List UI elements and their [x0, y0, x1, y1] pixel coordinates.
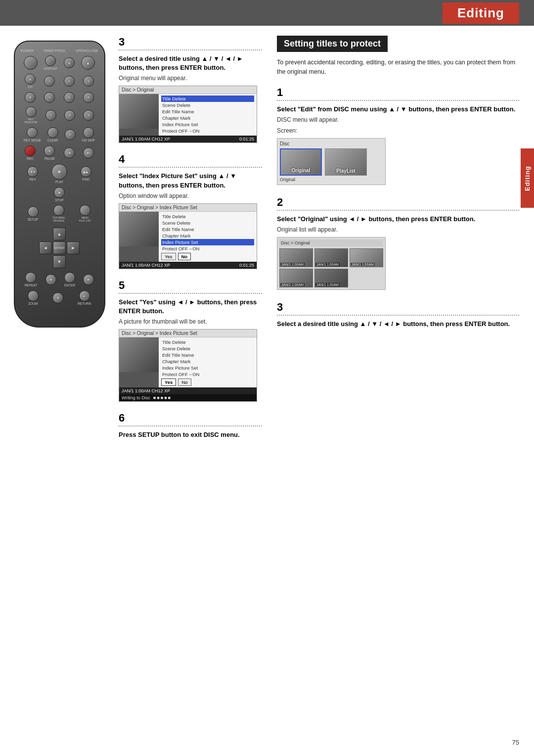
step-5-sub: A picture for thumbnail will be set. — [119, 318, 262, 325]
writing-label: Writing to Disc — [122, 395, 150, 400]
repeat-button[interactable] — [25, 272, 36, 283]
menu-item-index-picture: Index Picture Set — [161, 121, 254, 128]
remote-row-ch2: ▼ 4 5 6 — [21, 92, 98, 103]
step-5-block: 5 Select "Yes" using ◄ / ► buttons, then… — [119, 279, 262, 402]
cm-skip-button[interactable] — [83, 127, 94, 138]
num0-button[interactable]: 0 — [65, 129, 76, 140]
skip-fwd-button[interactable]: ►| — [83, 147, 94, 158]
play-col: ▶ PLAY — [51, 164, 67, 184]
play-button[interactable]: ▶ — [51, 164, 67, 180]
disc-tab-original-label: Original — [292, 168, 311, 173]
step-5-breadcrumb: Disc > Original > Index Picture Set — [119, 330, 257, 337]
dpad-empty-tl — [39, 228, 52, 240]
num7-button[interactable]: 7 — [45, 110, 56, 121]
page-header: Editing — [0, 0, 534, 26]
step4-protect: Protect OFF→ON — [161, 245, 254, 252]
step-5-menu: Title Delete Scene Delete Edit Title Nam… — [159, 337, 257, 387]
rec-monitor-col: RECMONITOR — [25, 106, 38, 124]
nav-down-button[interactable]: ▼ — [52, 292, 63, 303]
step-4-number: 4 — [119, 153, 262, 166]
right-step-2-desc: Select "Original" using ◄ / ► buttons, t… — [277, 215, 519, 224]
step-4-sub: Option window will appear. — [119, 192, 262, 199]
rec-mode-button[interactable] — [27, 127, 38, 138]
step-3-dots — [119, 49, 262, 50]
dpad-enter-button[interactable]: ENTER — [53, 241, 66, 254]
power-button[interactable] — [24, 56, 38, 70]
num3-button[interactable]: 3 — [83, 76, 94, 87]
nav-left-button[interactable]: ◄ — [45, 274, 56, 285]
num1-button[interactable]: 1 — [44, 76, 55, 87]
top-menu-button[interactable] — [53, 205, 64, 216]
skip-back-button[interactable]: |◄ — [64, 147, 75, 158]
num9-button[interactable]: 9 — [83, 110, 94, 121]
remote-top-bar: POWER TIMER PROG. OPEN/CLOSE — [21, 49, 98, 52]
num2-button[interactable]: 2 — [64, 76, 75, 87]
steps-column-left: 3 Select a desired title using ▲ / ▼ / ◄… — [114, 36, 267, 449]
num4-button[interactable]: 4 — [44, 92, 55, 103]
ch-down-button[interactable]: ▼ — [25, 92, 36, 103]
ch-down-col: ▼ — [25, 92, 36, 103]
menu-item-edit-title-name: Edit Title Name — [161, 108, 254, 115]
ol-item-1-label: JAN/1 1:00AM — [280, 263, 305, 266]
remote-row-rec-mon: RECMONITOR 7 8 9 — [21, 106, 98, 124]
step4-chapter-mark: Chapter Mark — [161, 233, 254, 239]
stop-col: ■ STOP — [54, 187, 65, 202]
num5-button[interactable]: 5 — [64, 92, 75, 103]
page-number: 75 — [512, 739, 519, 746]
step-4-thumb-img — [119, 212, 159, 246]
rec-mode-col: REC MODE — [24, 127, 41, 142]
zoom-button[interactable] — [28, 290, 39, 301]
right-step-1-desc: Select "Edit" from DISC menu using ▲ / ▼… — [277, 105, 519, 114]
dpad-right-button[interactable]: ► — [67, 241, 80, 254]
step-3-thumb — [119, 94, 159, 136]
enter-button[interactable] — [64, 272, 75, 283]
stop-button[interactable]: ■ — [54, 187, 65, 198]
step4-index-picture: Index Picture Set — [161, 239, 254, 245]
step-3-time-info: JAN/1 1:00AM CH12 XP — [122, 137, 170, 142]
remote-row-zoom: ZOOM ▼ ↵ RETURN — [21, 290, 98, 305]
step-6-block: 6 Press SETUP button to exit DISC menu. — [119, 412, 262, 439]
dpad-up-button[interactable]: ▲ — [53, 228, 66, 240]
open-close-button[interactable]: ▲ — [81, 56, 95, 70]
fwd-button[interactable]: ▶▶ — [81, 166, 91, 177]
disc-tabs: Original PlayList — [280, 148, 383, 176]
dpad-down-button[interactable]: ▼ — [53, 255, 66, 268]
timer-prog-button[interactable]: ▲ — [64, 57, 75, 68]
display-col: DISPLAY — [44, 55, 57, 70]
step-4-screen: Disc > Original > Index Picture Set Titl… — [119, 203, 257, 269]
menu-playlist-button[interactable] — [80, 205, 90, 216]
step-4-time-info: JAN/1 1:00AM CH12 XP — [122, 263, 170, 268]
ol-item-3-label: JAN/1 1:00AM — [351, 263, 375, 266]
step-4-thumb — [119, 212, 159, 262]
num8-button[interactable]: 8 — [64, 110, 75, 121]
ch-up-button[interactable]: ▲ — [25, 74, 36, 85]
step-5-screen: Disc > Original > Index Picture Set Titl… — [119, 329, 257, 402]
step5-edit-title: Edit Title Name — [161, 352, 254, 358]
step-3-screen: Disc > Original Title Delete Scene Delet… — [119, 86, 257, 143]
remote-control: POWER TIMER PROG. OPEN/CLOSE DISPLAY ▲ — [14, 41, 105, 328]
pause-button[interactable]: ⏸ — [44, 145, 55, 156]
return-button[interactable]: ↵ — [79, 290, 90, 301]
step-5-thumb — [119, 337, 159, 387]
step5-protect: Protect OFF→ON — [161, 371, 254, 378]
dpad-left-button[interactable]: ◄ — [39, 241, 52, 254]
display-button[interactable] — [45, 55, 56, 66]
ol-item-5-label: JAN/1 1:00AM — [315, 283, 340, 286]
step-5-dots — [119, 293, 262, 294]
num6-button[interactable]: 6 — [83, 92, 94, 103]
right-step-2-dots — [277, 210, 519, 211]
clear-button[interactable] — [47, 127, 58, 138]
rev-button[interactable]: ◄◄ — [27, 166, 38, 177]
nav-right-button[interactable]: ► — [83, 274, 94, 285]
rev-col: ◄◄ REV — [27, 166, 38, 181]
ol-item-2-label: JAN/1 1:00AM — [315, 263, 340, 266]
rec-monitor-button[interactable] — [26, 106, 37, 117]
step-3-breadcrumb: Disc > Original — [119, 86, 257, 94]
ol-item-4-label: JAN/1 1:00AM — [280, 283, 305, 286]
disc-menu-screen: Disc Original PlayList Original — [277, 138, 386, 185]
setup-button[interactable] — [28, 206, 39, 217]
rec-button[interactable] — [25, 145, 36, 156]
step-6-number: 6 — [119, 412, 262, 425]
step-5-thumb-img — [119, 337, 159, 372]
right-step-1-sub: DISC menu will appear. — [277, 116, 519, 123]
